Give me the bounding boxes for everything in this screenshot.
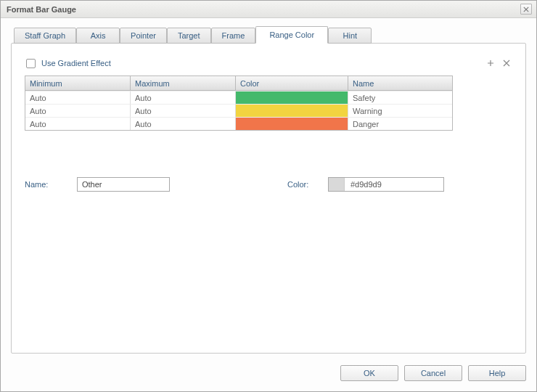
titlebar: Format Bar Gauge (1, 1, 536, 18)
color-hex-text: #d9d9d9 (345, 180, 382, 189)
tab-frame[interactable]: Frame (211, 28, 256, 44)
range-table: Minimum Maximum Color Name Auto Auto Saf… (25, 75, 453, 131)
dialog-format-bar-gauge: Format Bar Gauge Staff Graph Axis Pointe… (0, 0, 537, 392)
tab-row: Staff Graph Axis Pointer Target Frame Ra… (11, 25, 526, 43)
col-header-maximum[interactable]: Maximum (131, 76, 236, 91)
footer: OK Cancel Help (1, 358, 536, 391)
cell-color[interactable] (236, 91, 348, 104)
cell-min[interactable]: Auto (25, 104, 131, 117)
remove-row-button[interactable] (501, 57, 512, 69)
form-row: Name: Color: #d9d9d9 (25, 177, 512, 192)
gradient-checkbox[interactable] (26, 59, 36, 68)
tab-hint[interactable]: Hint (328, 28, 372, 44)
color-chip (329, 178, 345, 191)
cell-max[interactable]: Auto (131, 117, 236, 130)
gradient-label: Use Gradient Effect (41, 59, 480, 68)
table-row[interactable]: Auto Auto Danger (25, 117, 452, 130)
cell-color[interactable] (236, 117, 348, 130)
plus-icon (487, 60, 494, 67)
tab-range-color[interactable]: Range Color (255, 26, 328, 44)
tab-target[interactable]: Target (167, 28, 211, 44)
color-label: Color: (287, 180, 319, 189)
color-swatch (236, 91, 348, 104)
cell-min[interactable]: Auto (25, 117, 131, 130)
col-header-color[interactable]: Color (236, 76, 348, 91)
panel-range-color: Use Gradient Effect Minimum Maximum Colo… (11, 43, 526, 354)
color-swatch (236, 118, 348, 130)
tab-axis[interactable]: Axis (76, 28, 120, 44)
tab-staff-graph[interactable]: Staff Graph (14, 28, 76, 44)
tab-pointer[interactable]: Pointer (120, 28, 167, 44)
cell-name[interactable]: Warning (348, 104, 452, 117)
window-title: Format Bar Gauge (7, 5, 520, 14)
cell-name[interactable]: Danger (348, 117, 452, 130)
color-swatch (236, 105, 348, 117)
table-row[interactable]: Auto Auto Warning (25, 104, 452, 117)
color-input[interactable]: #d9d9d9 (328, 177, 444, 192)
col-header-name[interactable]: Name (348, 76, 452, 91)
table-header: Minimum Maximum Color Name (25, 76, 452, 91)
table-row[interactable]: Auto Auto Safety (25, 91, 452, 104)
col-header-minimum[interactable]: Minimum (25, 76, 131, 91)
close-icon (523, 7, 529, 12)
cell-color[interactable] (236, 104, 348, 117)
cell-max[interactable]: Auto (131, 91, 236, 104)
name-input[interactable] (77, 177, 170, 192)
gradient-row: Use Gradient Effect (26, 55, 512, 71)
cell-min[interactable]: Auto (25, 91, 131, 104)
close-button[interactable] (520, 4, 532, 15)
cell-name[interactable]: Safety (348, 91, 452, 104)
help-button[interactable]: Help (468, 365, 526, 381)
cancel-button[interactable]: Cancel (404, 365, 462, 381)
cell-max[interactable]: Auto (131, 104, 236, 117)
ok-button[interactable]: OK (340, 365, 398, 381)
name-label: Name: (25, 180, 68, 189)
x-icon (503, 60, 510, 67)
dialog-body: Staff Graph Axis Pointer Target Frame Ra… (1, 18, 536, 358)
add-row-button[interactable] (485, 57, 496, 69)
